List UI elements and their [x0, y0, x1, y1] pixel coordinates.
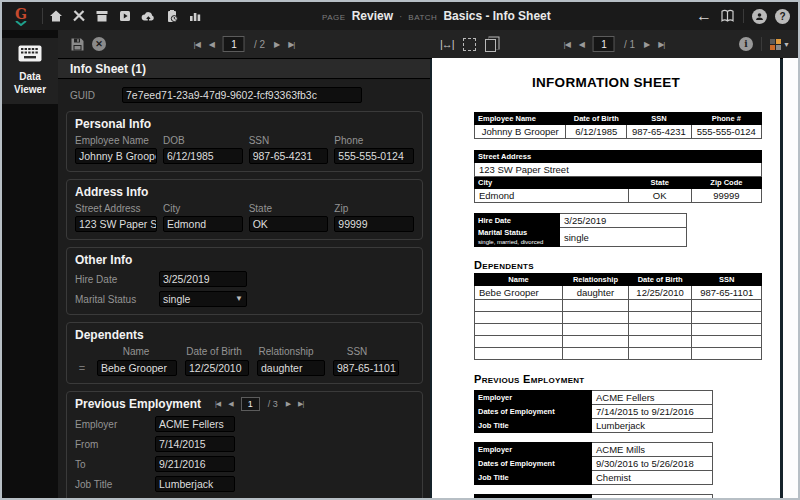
prev-page-icon[interactable]: ◀ — [579, 40, 584, 49]
group-title: Other Info — [75, 253, 414, 267]
help-icon[interactable]: ? — [775, 9, 790, 24]
grooper-logo[interactable]: G — [6, 7, 36, 26]
last-page-icon[interactable]: ▶| — [298, 400, 303, 408]
employment-page-number[interactable]: 1 — [241, 397, 260, 411]
table-header: Dates of Employment — [475, 405, 592, 419]
info-icon[interactable]: i — [739, 37, 753, 51]
user-account-icon[interactable] — [752, 9, 767, 24]
column-header: Relationship — [253, 346, 319, 357]
group-title: Personal Info — [75, 117, 414, 131]
state-field[interactable]: OK — [249, 216, 329, 232]
phone-field[interactable]: 555-555-0124 — [334, 148, 414, 164]
book-icon[interactable] — [720, 9, 735, 23]
dependents-group: Dependents Name Date of Birth Relationsh… — [66, 322, 423, 384]
table-cell: daughter — [563, 286, 629, 300]
table-header: Marital Status single, married, divorced — [475, 228, 560, 247]
form-content: GUID 7e7eed71-23a9-47d9-9602-fcf93363fb3… — [58, 78, 430, 498]
dependent-row: = Bebe Grooper 12/25/2010 daughter 987-6… — [75, 360, 414, 376]
row-drag-handle-icon[interactable]: = — [75, 362, 89, 374]
table-cell: ACME Mills — [592, 443, 713, 457]
table-header: Phone # — [691, 113, 761, 125]
guid-label: GUID — [70, 90, 122, 101]
pages-icon[interactable] — [485, 39, 496, 52]
last-page-icon[interactable]: ▶| — [288, 40, 294, 49]
top-bar: G PAGE Review · BATCH Basics - Info Shee… — [2, 2, 798, 30]
page-value: Review — [352, 9, 393, 23]
street-address-field[interactable]: 123 SW Paper Street — [75, 216, 157, 232]
dependents-heading: Dependents — [474, 259, 762, 271]
job-title-field[interactable]: Lumberjack — [155, 476, 235, 492]
table-header: Date of Birth — [566, 113, 627, 125]
employee-name-field[interactable]: Johnny B Grooper — [75, 148, 157, 164]
fit-width-icon[interactable]: |↔| — [440, 38, 454, 50]
viewer-page-count: / 1 — [624, 39, 635, 50]
ssn-field[interactable]: 987-65-4231 — [249, 148, 329, 164]
cloud-upload-icon[interactable] — [141, 9, 156, 23]
form-page-number[interactable]: 1 — [223, 36, 245, 52]
batch-value: Basics - Info Sheet — [443, 9, 550, 23]
guid-row: GUID 7e7eed71-23a9-47d9-9602-fcf93363fb3… — [70, 87, 423, 103]
first-page-icon[interactable]: |◀ — [194, 40, 200, 49]
dependent-ssn-field[interactable]: 987-65-1101 — [333, 360, 399, 376]
table-header: Employer — [475, 495, 592, 500]
prev-page-icon[interactable]: ◀ — [228, 400, 232, 408]
save-icon[interactable] — [70, 37, 85, 52]
batch-play-icon[interactable] — [118, 9, 132, 23]
table-cell: Chemist — [592, 471, 713, 485]
previous-employment-heading: Previous Employment — [474, 373, 762, 385]
caret-down-icon: ▼ — [783, 41, 790, 48]
hire-date-field[interactable]: 3/25/2019 — [159, 271, 247, 287]
table-cell: 987-65-4231 — [627, 125, 691, 139]
table-cell: Edmond — [475, 189, 629, 203]
sidebar-item-data-viewer[interactable]: Data Viewer — [2, 38, 58, 104]
viewer-page-number[interactable]: 1 — [593, 36, 615, 52]
first-page-icon[interactable]: |◀ — [215, 400, 220, 408]
personal-info-group: Personal Info Employee NameJohnny B Groo… — [66, 111, 423, 172]
next-page-icon[interactable]: ▶ — [644, 40, 649, 49]
dependents-column-headers: Name Date of Birth Relationship SSN — [97, 346, 414, 357]
dependent-name-field[interactable]: Bebe Grooper — [97, 360, 177, 376]
dependent-relationship-field[interactable]: daughter — [257, 360, 325, 376]
from-date-field[interactable]: 7/14/2015 — [155, 436, 235, 452]
table-header: Zip Code — [691, 177, 761, 189]
zip-field[interactable]: 99999 — [334, 216, 414, 232]
to-date-field[interactable]: 9/21/2016 — [155, 456, 235, 472]
table-cell: 99999 — [691, 189, 761, 203]
first-page-icon[interactable]: |◀ — [564, 40, 570, 49]
city-field[interactable]: Edmond — [163, 216, 243, 232]
marital-status-dropdown[interactable]: single▼ — [159, 291, 247, 307]
tasks-clock-icon[interactable] — [165, 9, 179, 23]
next-page-icon[interactable]: ▶ — [274, 40, 279, 49]
vertical-scrollbar[interactable] — [783, 58, 798, 498]
select-region-icon[interactable] — [463, 38, 476, 51]
display-layers-icon[interactable]: ▼ — [770, 39, 790, 50]
last-page-icon[interactable]: ▶| — [658, 40, 664, 49]
table-header: Job Title — [475, 419, 592, 433]
guid-field[interactable]: 7e7eed71-23a9-47d9-9602-fcf93363fb3c — [122, 87, 362, 103]
prev-page-icon[interactable]: ◀ — [209, 40, 214, 49]
table-header: Employer — [475, 391, 592, 405]
stats-chart-icon[interactable] — [188, 9, 202, 23]
back-arrow-icon[interactable]: ← — [696, 8, 712, 24]
tools-icon[interactable] — [72, 9, 86, 23]
document-page[interactable]: INFORMATION SHEET Employee Name Date of … — [432, 58, 780, 498]
divider — [761, 37, 762, 51]
employment-block: EmployerACME Mills Dates of Employment9/… — [474, 442, 713, 485]
table-header: City — [475, 177, 629, 189]
data-viewer-icon — [18, 45, 42, 62]
dependent-dob-field[interactable]: 12/25/2010 — [185, 360, 249, 376]
archive-box-icon[interactable] — [95, 9, 109, 23]
table-cell: 987-65-1101 — [692, 286, 762, 300]
cancel-icon[interactable]: ✕ — [92, 37, 106, 51]
chevron-down-icon: ▼ — [235, 292, 243, 306]
dob-field[interactable]: 6/12/1985 — [163, 148, 243, 164]
marital-options-note: single, married, divorced — [478, 239, 543, 245]
form-section-header[interactable]: Info Sheet (1) — [58, 59, 430, 79]
next-page-icon[interactable]: ▶ — [286, 400, 290, 408]
table-header: Employer — [475, 443, 592, 457]
app-window: G PAGE Review · BATCH Basics - Info Shee… — [0, 0, 800, 500]
employer-field[interactable]: ACME Fellers — [155, 416, 235, 432]
table-header: SSN — [627, 113, 691, 125]
home-icon[interactable] — [49, 9, 63, 23]
form-page-count: / 2 — [254, 39, 265, 50]
